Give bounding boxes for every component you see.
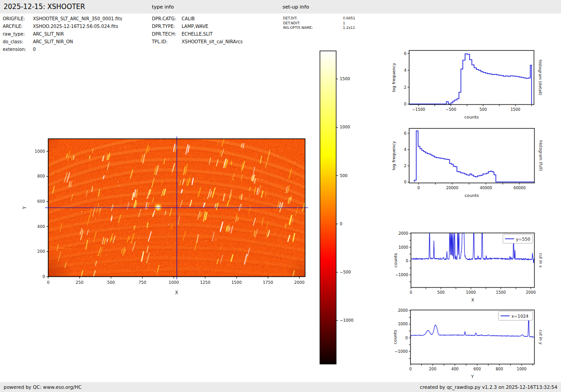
hist_detail-svg: −1500−50050015000246countslog frequencyh… [385,45,561,124]
x-tick-label: 0 [417,186,420,190]
axis-ticks: 02000040000600000246 [404,131,526,190]
info-value: 0.6651 [343,16,355,20]
colorbar: 150010005000−500−1000 [315,47,379,369]
type-info-heading: type info [152,0,174,14]
info-row: DPR.CATG:CALIB [152,16,283,24]
legend: y=550 [503,234,533,243]
info-value: XSHOOTER_slt_cal_NIRArcs [182,39,243,44]
info-label: TPL.ID: [152,39,168,44]
y-tick-label: 0 [42,274,45,279]
header-bar: 2025-12-15: XSHOOTER type info set-up in… [0,0,561,14]
info-label: DPR.CATG: [152,16,176,21]
x-tick-label: 1750 [263,280,273,285]
colorbar-tick-label: 500 [340,173,347,178]
info-row: INS.OPTI5.NAME:1.2x11 [283,26,382,31]
legend-label: y=550 [516,237,530,242]
info-label: DET.DIT: [283,16,297,20]
y-tick-label: 1000 [35,149,45,154]
info-value: ARC_SLIT_NIR_ON [33,39,73,44]
y-tick-label: 4 [404,68,406,73]
colorbar-gradient [320,51,336,364]
x-tick-label: 2000 [294,280,305,285]
histogram-series [415,131,534,182]
info-label: DPR.TECH: [152,32,176,36]
setup-info-heading: set-up info [283,0,309,14]
info-row: TPL.ID:XSHOOTER_slt_cal_NIRArcs [152,39,283,47]
histogram-series [409,54,532,104]
page-title: 2025-12-15: XSHOOTER [4,0,85,14]
info-row: DET.DIT:0.6651 [283,16,382,21]
y-tick-label: 200 [37,249,45,254]
colorbar-svg: 150010005000−500−1000 [315,47,379,369]
y-tick-label: −1000 [395,273,408,277]
cut-in-y-plot: 02004006008001000−1000010002000Ycountscu… [385,304,561,383]
info-row: raw_type:ARC_SLIT_NIR [3,32,151,39]
file-info-block: ORIGFILE:XSHOOTER_SLT_ARC_NIR_350_0001.f… [3,16,151,55]
x-tick-label: 2000 [526,290,536,295]
x-tick-label: 400 [451,367,458,371]
x-tick-label: 60000 [513,186,525,190]
x-tick-label: 750 [138,280,146,285]
info-label: do_class: [3,39,23,44]
x-tick-label: 40000 [480,186,492,190]
footer-powered-by: powered by QC: www.eso.org/HC [4,382,82,392]
legend: x=1024 [498,311,533,320]
legend-label: x=1024 [511,314,529,319]
x-tick-label: 1500 [232,280,242,285]
y-tick-label: 2 [404,164,406,168]
x-tick-label: −500 [446,107,456,112]
info-value: LAMP,WAVE [182,24,208,29]
y-tick-label: 2000 [398,308,408,313]
right-side-label: cut in y [538,330,543,345]
detector-image-axes: 0250500750100012501500175020000200400600… [18,133,315,300]
x-tick-label: 1000 [466,290,476,295]
x-axis-label: X [175,290,178,295]
x-tick-label: 0 [410,290,412,295]
info-row: extension:0 [3,47,151,55]
x-tick-label: 0 [47,280,50,285]
footer-created-by: created by qc_rawdisp.py v1.2.3 on 2025-… [420,382,557,392]
y-axis-label: log frequency [391,63,396,92]
info-row: DPR.TECH:ECHELLE,SLIT [152,32,283,39]
y-tick-label: 600 [37,199,45,204]
colorbar-tick-label: −1000 [340,318,354,323]
info-value: XSHOOTER_SLT_ARC_NIR_350_0001.fits [33,16,122,21]
y-tick-label: 0 [404,180,406,184]
y-tick-label: −1000 [395,349,408,354]
info-value: CALIB [182,16,195,21]
y-tick-label: 0 [404,102,406,106]
y-tick-label: 4 [404,147,406,152]
y-axis-label: Y [22,206,27,210]
info-value: 0 [33,47,36,52]
x-tick-label: 500 [107,280,115,285]
info-label: ORIGFILE: [3,16,25,21]
y-axis-label: counts [392,330,397,344]
info-row: DET.NDIT:1 [283,21,382,26]
y-tick-label: 800 [37,174,45,178]
y-tick-label: 400 [37,224,45,229]
info-label: INS.OPTI5.NAME: [283,26,313,30]
x-axis-label: Y [471,374,474,379]
x-tick-label: 0 [409,367,411,371]
plot-frame [409,50,534,105]
cut-in-x-plot: 0500100015002000−1000010002000Xcountscut… [385,228,561,305]
y-tick-label: 1000 [398,245,408,250]
histogram-full-plot: 02000040000600000246countslog frequencyh… [385,124,561,203]
hist_full-svg: 02000040000600000246countslog frequencyh… [385,124,561,203]
x-tick-label: 1000 [169,280,179,285]
info-row: ARCFILE:XSHOO.2025-12-16T12:56:05.024.fi… [3,24,151,32]
x-axis-label: counts [465,193,479,198]
y-tick-label: 2000 [398,231,408,236]
y-tick-label: 6 [404,51,406,56]
info-label: raw_type: [3,32,25,36]
y-axis-label: log frequency [391,141,396,171]
y-tick-label: 6 [404,131,406,136]
info-value: 1.2x11 [343,26,355,30]
info-label: ARCFILE: [3,24,23,29]
info-label: DET.NDIT: [283,21,300,25]
axis-ticks: −1500−50050015000246 [404,51,532,112]
x-tick-label: 200 [429,367,436,371]
x-axis-label: counts [465,114,479,119]
info-label: extension: [3,47,26,52]
right-side-label: cut in x [538,253,543,268]
